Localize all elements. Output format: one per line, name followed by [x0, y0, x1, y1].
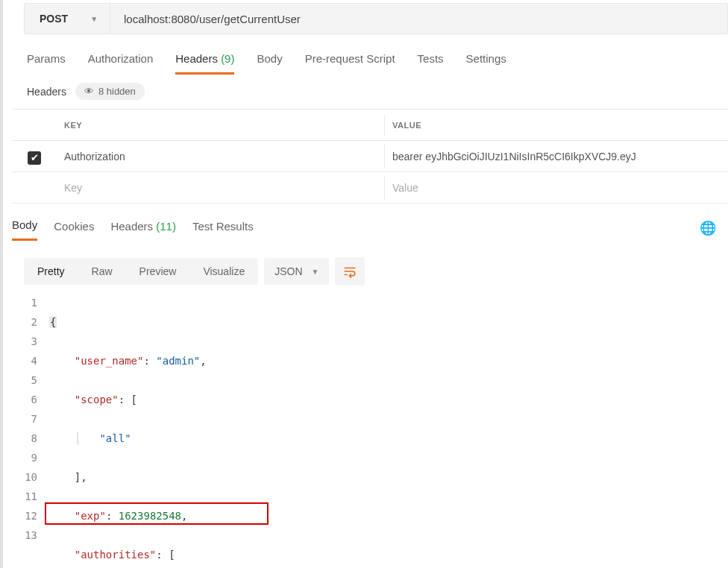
table-row: ✔ Authorization bearer eyJhbGciOiJIUzI1N…: [12, 141, 728, 172]
tab-headers[interactable]: Headers (9): [175, 48, 234, 75]
tab-params[interactable]: Params: [27, 48, 66, 75]
header-key-cell[interactable]: Authorization: [57, 145, 385, 168]
view-pretty-button[interactable]: Pretty: [24, 258, 78, 285]
resp-headers-label: Headers: [110, 220, 153, 233]
col-key: KEY: [57, 115, 385, 136]
wrap-icon: [343, 265, 357, 278]
hidden-headers-text: 8 hidden: [98, 86, 136, 97]
headers-table-head: KEY VALUE: [12, 110, 728, 141]
response-body-code[interactable]: 1 2 3 4 5 6 7 8 9 10 11 12 13 { "user_na…: [12, 293, 728, 568]
response-body-toolbar: Pretty Raw Preview Visualize JSON ▼: [12, 247, 728, 293]
format-select-label: JSON: [274, 265, 302, 277]
header-value-input[interactable]: Value: [385, 176, 728, 200]
eye-icon: 👁: [84, 86, 94, 97]
wrap-lines-button[interactable]: [335, 257, 365, 285]
hidden-headers-pill[interactable]: 👁 8 hidden: [75, 83, 145, 100]
url-input[interactable]: localhost:8080/user/getCurrentUser: [110, 13, 727, 25]
tab-body[interactable]: Body: [257, 48, 282, 75]
resp-tab-cookies[interactable]: Cookies: [54, 217, 94, 240]
tab-authorization[interactable]: Authorization: [88, 48, 154, 75]
view-preview-button[interactable]: Preview: [126, 258, 190, 285]
tab-prerequest[interactable]: Pre-request Script: [305, 48, 395, 75]
row-checkbox-cell[interactable]: ✔: [12, 148, 57, 165]
headers-label: Headers: [27, 86, 66, 98]
view-raw-button[interactable]: Raw: [78, 258, 126, 285]
resp-tab-body[interactable]: Body: [12, 215, 37, 241]
tab-headers-label: Headers: [175, 52, 218, 65]
resp-headers-count: (11): [156, 220, 176, 233]
http-method-label: POST: [40, 13, 68, 25]
chevron-down-icon: ▼: [312, 268, 319, 276]
resp-tab-headers[interactable]: Headers (11): [110, 217, 176, 240]
col-value: VALUE: [385, 115, 728, 136]
headers-count-badge: (9): [221, 52, 234, 65]
headers-sub-row: Headers 👁 8 hidden: [12, 75, 728, 109]
header-key-input[interactable]: Key: [57, 176, 385, 200]
tab-tests[interactable]: Tests: [418, 48, 444, 75]
line-gutter: 1 2 3 4 5 6 7 8 9 10 11 12 13: [16, 293, 49, 568]
checkbox-checked-icon: ✔: [28, 151, 41, 165]
table-row: Key Value: [12, 172, 728, 203]
view-mode-group: Pretty Raw Preview Visualize: [24, 258, 258, 285]
globe-icon[interactable]: 🌐: [700, 220, 728, 236]
view-visualize-button[interactable]: Visualize: [189, 258, 258, 285]
headers-table: KEY VALUE ✔ Authorization bearer eyJhbGc…: [12, 109, 728, 203]
request-tabs: Params Authorization Headers (9) Body Pr…: [12, 48, 728, 75]
chevron-down-icon: ▼: [90, 15, 98, 23]
resp-tab-testresults[interactable]: Test Results: [192, 217, 254, 240]
response-tabs: Body Cookies Headers (11) Test Results 🌐: [12, 203, 728, 247]
header-value-cell[interactable]: bearer eyJhbGciOiJIUzI1NiIsInR5cCI6IkpXV…: [385, 145, 728, 168]
format-select[interactable]: JSON ▼: [264, 258, 329, 285]
http-method-select[interactable]: POST ▼: [25, 4, 110, 34]
tab-settings[interactable]: Settings: [466, 48, 506, 75]
code-content: { "user_name": "admin", "scope": [ │ "al…: [49, 293, 728, 568]
request-url-bar: POST ▼ localhost:8080/user/getCurrentUse…: [24, 3, 728, 34]
